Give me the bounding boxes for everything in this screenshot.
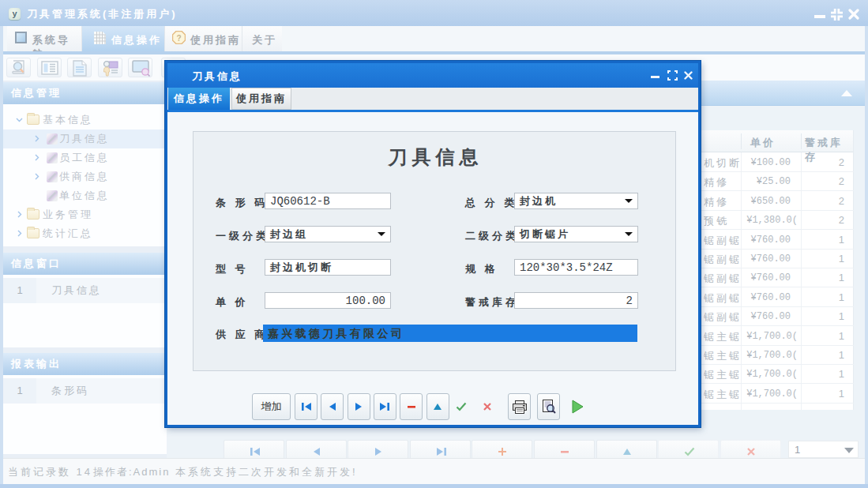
svg-text:?: ? xyxy=(176,34,181,43)
